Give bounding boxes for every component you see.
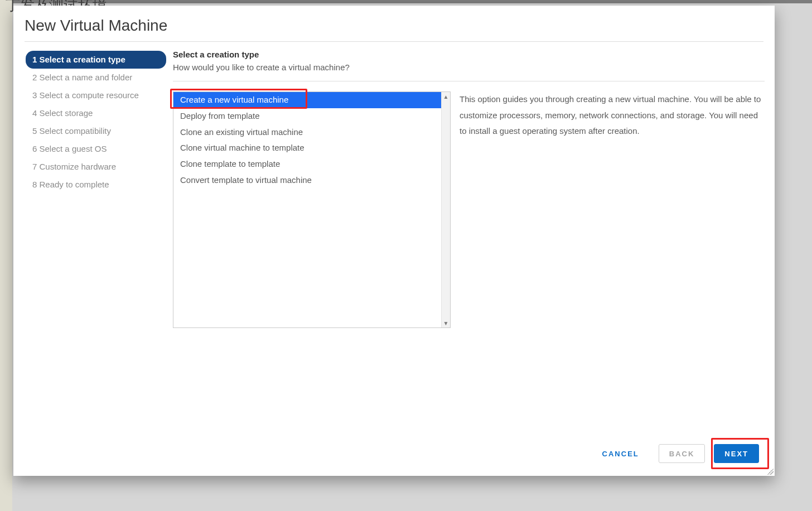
divider (173, 81, 765, 81)
back-button: BACK (659, 444, 705, 463)
creation-option-3[interactable]: Clone an existing virtual machine (173, 124, 450, 141)
wizard-content: Select a creation type How would you lik… (173, 50, 765, 431)
creation-type-options: Create a new virtual machineDeploy from … (173, 92, 450, 327)
scroll-down-icon[interactable]: ▼ (442, 319, 450, 327)
creation-option-2[interactable]: Deploy from template (173, 108, 450, 124)
next-button[interactable]: NEXT (714, 444, 759, 463)
wizard-step-6: 6 Select a guest OS (26, 140, 166, 158)
modal-body: 1 Select a creation type2 Select a name … (13, 42, 775, 431)
scrollbar[interactable]: ▲ ▼ (441, 92, 450, 327)
wizard-step-3: 3 Select a compute resource (26, 86, 166, 104)
wizard-step-5: 5 Select compatibility (26, 122, 166, 140)
creation-option-4[interactable]: Clone virtual machine to template (173, 140, 450, 156)
creation-type-listbox[interactable]: Create a new virtual machineDeploy from … (173, 91, 451, 328)
wizard-step-4: 4 Select storage (26, 104, 166, 122)
cancel-button[interactable]: CANCEL (592, 444, 650, 463)
content-subtitle: How would you like to create a virtual m… (173, 62, 765, 72)
wizard-steps: 1 Select a creation type2 Select a name … (23, 50, 168, 431)
content-columns: Create a new virtual machineDeploy from … (173, 91, 765, 328)
option-description-text: This option guides you through creating … (460, 91, 765, 139)
content-title: Select a creation type (173, 50, 765, 59)
scroll-up-icon[interactable]: ▲ (442, 92, 450, 101)
modal-title: New Virtual Machine (13, 6, 775, 41)
creation-option-1[interactable]: Create a new virtual machine (173, 92, 450, 108)
background-side-strip (0, 0, 12, 511)
wizard-step-1[interactable]: 1 Select a creation type (26, 51, 166, 69)
wizard-step-8: 8 Ready to complete (26, 176, 166, 194)
new-vm-wizard-modal: New Virtual Machine 1 Select a creation … (13, 6, 775, 476)
creation-option-6[interactable]: Convert template to virtual machine (173, 172, 450, 189)
wizard-footer: CANCEL BACK NEXT (13, 431, 775, 476)
option-description-panel: This option guides you through creating … (460, 91, 765, 328)
resize-grip-icon[interactable] (767, 468, 774, 475)
creation-option-5[interactable]: Clone template to template (173, 156, 450, 172)
wizard-step-7: 7 Customize hardware (26, 158, 166, 176)
wizard-step-2: 2 Select a name and folder (26, 69, 166, 86)
